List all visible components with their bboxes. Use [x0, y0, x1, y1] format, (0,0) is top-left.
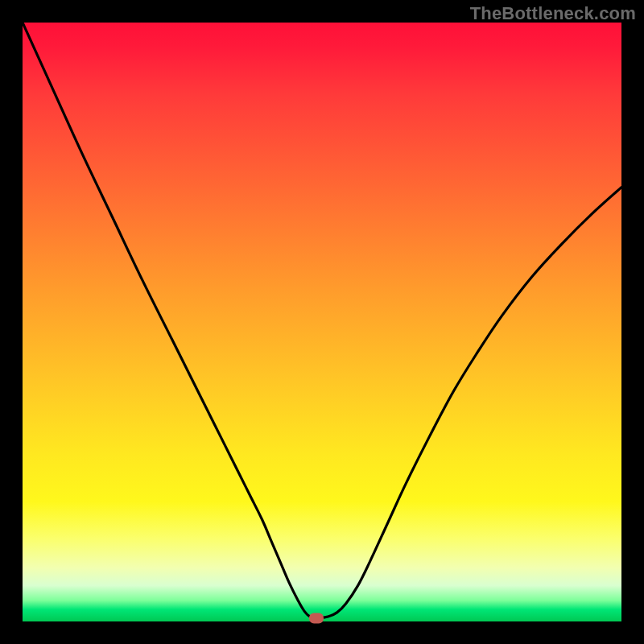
plot-area	[23, 23, 621, 621]
chart-frame: TheBottleneck.com	[0, 0, 644, 644]
minimum-marker	[309, 613, 324, 623]
watermark-text: TheBottleneck.com	[470, 3, 636, 24]
bottleneck-curve	[23, 23, 621, 621]
